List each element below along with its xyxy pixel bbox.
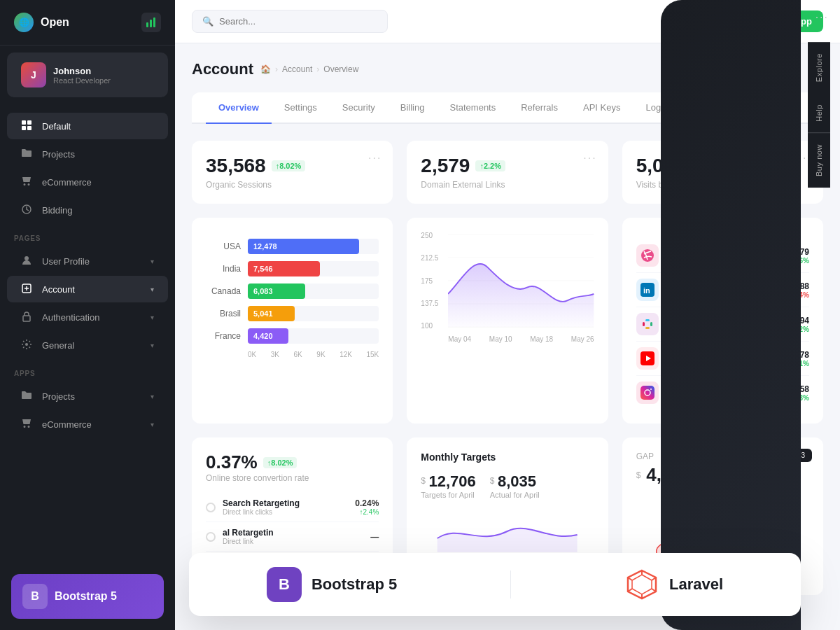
search-input[interactable] (219, 16, 377, 27)
tab-security[interactable]: Security (330, 92, 388, 124)
social-row-youtube: YouTube Video Channel 978 ↑4.1% (636, 342, 809, 376)
sidebar-item-ecommerce[interactable]: eCommerce (7, 169, 168, 195)
avatar: J (21, 62, 46, 88)
tab-statements[interactable]: Statements (437, 92, 508, 124)
retargeting-item-2: al Retargetin Direct link — (206, 522, 379, 552)
svg-text:in: in (643, 286, 650, 295)
tab-logs[interactable]: Logs (633, 92, 678, 124)
monthly-chart-placeholder (421, 510, 594, 555)
sidebar-item-authentication[interactable]: Authentication ▾ (7, 304, 168, 330)
sidebar-item-default[interactable]: Default (7, 113, 168, 139)
stat-menu-1[interactable]: ··· (368, 152, 382, 164)
sidebar-item-apps-ecommerce[interactable]: eCommerce ▾ (7, 411, 168, 438)
line-chart-card: 250 212.5 175 137.5 100 (407, 218, 608, 424)
organic-badge: ↑8.02% (272, 160, 306, 172)
gap-badge: ↑4.5% (697, 470, 727, 481)
monthly-target-label: Targets for April (421, 491, 475, 499)
tab-settings[interactable]: Settings (272, 92, 330, 124)
bootstrap-card: B Bootstrap 5 (11, 574, 164, 619)
invite-label: Invite (713, 16, 734, 27)
svg-point-11 (25, 343, 28, 346)
invite-button[interactable]: ✚ Invite (690, 10, 746, 32)
sidebar-item-bidding[interactable]: Bidding (7, 197, 168, 223)
svg-rect-6 (27, 126, 31, 130)
grid-icon (21, 120, 34, 132)
svg-point-8 (24, 256, 29, 260)
bar-chart: USA 12,478 India 7,546 (206, 239, 379, 358)
bootstrap-item: B Bootstrap 5 (267, 567, 397, 602)
svg-rect-3 (22, 120, 26, 125)
sidebar-item-user-profile[interactable]: User Profile ▾ (7, 248, 168, 274)
tab-referrals[interactable]: Referrals (508, 92, 570, 124)
content-area: Account 🏠 › Account › Overview Overview … (175, 43, 840, 630)
projects-label: Projects (42, 149, 75, 160)
svg-rect-1 (150, 20, 152, 27)
domain-links-value: 2,579 (421, 155, 470, 177)
conversion-label: Online store convertion rate (206, 473, 379, 483)
tab-api-keys[interactable]: API Keys (570, 92, 633, 124)
svg-rect-20 (643, 322, 645, 326)
line-chart-wrapper: May 04 May 10 May 18 May 26 (448, 232, 594, 343)
tab-overview[interactable]: Overview (206, 92, 272, 124)
search-box[interactable]: 🔍 (192, 10, 388, 33)
chart-icon[interactable] (141, 13, 161, 32)
buy-now-button[interactable]: Buy now (808, 133, 830, 188)
apps-folder-icon (21, 390, 34, 402)
tab-billing[interactable]: Billing (388, 92, 438, 124)
stats-grid: ··· 35,568 ↑8.02% Organic Sessions ··· 2… (192, 141, 823, 204)
general-label: General (42, 340, 74, 351)
bidding-label: Bidding (42, 205, 72, 216)
sidebar: 🌐 Open J Johnson React Developer Default (0, 0, 175, 630)
user-role: React Developer (53, 76, 111, 85)
social-visits-value: 5,037 (636, 155, 685, 177)
svg-rect-22 (650, 322, 652, 326)
framework-divider (510, 570, 511, 598)
app-logo: 🌐 Open (0, 0, 175, 46)
explore-button[interactable]: Explore (808, 42, 830, 93)
charts-row: USA 12,478 India 7,546 (192, 218, 823, 424)
breadcrumb: 🏠 › Account › Overview (260, 64, 358, 74)
svg-rect-0 (146, 22, 148, 27)
dribbble-icon (636, 244, 659, 267)
laravel-name: Laravel (669, 575, 723, 594)
bar-row-canada: Canada 6,083 (206, 284, 379, 299)
date-range: 18 Jan 2023 - 16 Feb 2023 (721, 451, 805, 459)
conversion-badge: ↑8.02% (263, 457, 298, 468)
bar-row-india: India 7,546 (206, 261, 379, 276)
auth-icon (21, 311, 34, 323)
stat-card-organic: ··· 35,568 ↑8.02% Organic Sessions (192, 141, 393, 204)
stat-menu-2[interactable]: ··· (583, 152, 596, 164)
main-area: 🔍 ✚ Invite Create App Account 🏠 › Accoun… (175, 0, 840, 630)
laravel-item: Laravel (624, 567, 723, 602)
svg-rect-10 (23, 316, 30, 321)
bar-axis: 0K 3K 6K 9K 12K 15K (206, 351, 379, 358)
help-button[interactable]: Help (808, 93, 830, 133)
stat-card-social: ··· 5,037 ↑2.2% Visits by Social Network… (622, 141, 823, 204)
home-icon: 🏠 (260, 64, 271, 74)
bar-chart-card: USA 12,478 India 7,546 (192, 218, 393, 424)
chevron-down-icon-4: ▾ (150, 342, 154, 349)
sidebar-item-projects[interactable]: Projects (7, 141, 168, 167)
page-header: Account 🏠 › Account › Overview (192, 60, 823, 78)
sidebar-item-account[interactable]: Account ▾ (7, 276, 168, 302)
bar-row-brasil: Brasil 5,041 (206, 306, 379, 321)
sidebar-item-general[interactable]: General ▾ (7, 332, 168, 358)
monthly-title: Monthly Targets (421, 451, 594, 463)
plus-icon: ✚ (701, 16, 708, 27)
gap-value: 4,684 (646, 464, 692, 486)
bootstrap-name: Bootstrap 5 (312, 575, 397, 594)
logo-icon: 🌐 (14, 13, 34, 32)
sidebar-item-apps-projects[interactable]: Projects ▾ (7, 383, 168, 410)
chevron-down-icon-2: ▾ (150, 286, 154, 293)
monthly-actual-value: 8,035 (498, 472, 536, 490)
bidding-icon (21, 204, 34, 216)
slack-icon (636, 313, 659, 335)
svg-rect-4 (27, 120, 31, 125)
conversion-value: 0.37% (206, 451, 258, 473)
social-badge: ↑2.2% (691, 160, 721, 172)
user-name: Johnson (53, 66, 111, 76)
bar-row-france: France 4,420 (206, 328, 379, 344)
chevron-down-icon-6: ▾ (150, 421, 154, 428)
svg-point-28 (650, 388, 652, 390)
svg-point-17 (641, 249, 654, 262)
